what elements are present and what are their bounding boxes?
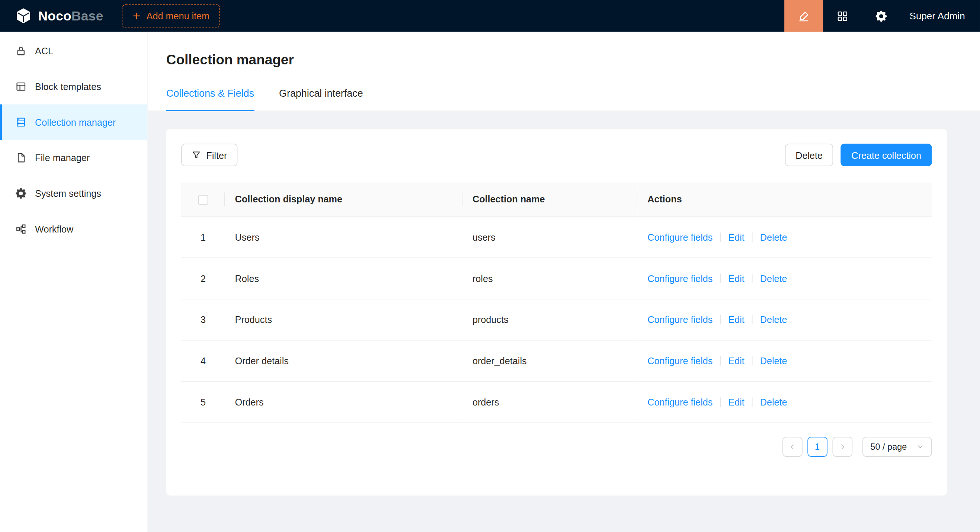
collection-name: orders (463, 381, 637, 422)
pagination: 1 50 / page (181, 437, 932, 456)
topbar: NocoBase Add menu item (0, 0, 980, 32)
sidebar-item-acl[interactable]: ACL (0, 33, 147, 69)
sidebar-item-label: System settings (35, 188, 101, 199)
sidebar-item-label: File manager (35, 152, 90, 163)
chevron-left-icon (788, 443, 796, 450)
configure-fields-link[interactable]: Configure fields (648, 232, 713, 242)
action-divider (752, 356, 752, 365)
sidebar-item-collection-manager[interactable]: Collection manager (0, 105, 147, 140)
collections-card: Filter Delete Create collection (166, 129, 947, 495)
current-user[interactable]: Super Admin (910, 10, 965, 22)
delete-link[interactable]: Delete (760, 232, 787, 242)
plugins-button[interactable] (823, 0, 862, 32)
layout-icon (16, 81, 26, 92)
next-page-button[interactable] (832, 437, 853, 456)
edit-link[interactable]: Edit (728, 232, 744, 242)
sidebar-item-block-templates[interactable]: Block templates (0, 69, 147, 105)
collections-table: Collection display name Collection name … (181, 183, 932, 423)
logo-text: NocoBase (38, 9, 103, 24)
topbar-right: Super Admin (785, 0, 980, 32)
action-divider (752, 273, 752, 283)
configure-fields-link[interactable]: Configure fields (648, 273, 713, 283)
sidebar-item-system-settings[interactable]: System settings (0, 176, 147, 211)
sidebar-item-workflow[interactable]: Workflow (0, 211, 147, 247)
table-row: 5 Orders orders Configure fields Edit De… (181, 381, 932, 422)
ui-editor-button[interactable] (785, 0, 823, 32)
action-divider (720, 397, 721, 407)
collection-display-name: Order details (225, 340, 463, 381)
collection-display-name: Users (225, 216, 463, 257)
configure-fields-link[interactable]: Configure fields (648, 314, 713, 325)
sidebar-item-label: Workflow (35, 224, 73, 234)
collection-display-name: Roles (225, 257, 463, 299)
logo-text-primary: Noco (38, 9, 72, 23)
file-icon (16, 152, 26, 163)
action-divider (752, 232, 752, 241)
collection-display-name: Products (225, 299, 463, 340)
collection-name: products (463, 299, 637, 340)
nocobase-logo[interactable]: NocoBase (15, 8, 103, 24)
delete-link[interactable]: Delete (760, 397, 787, 407)
page-1-button[interactable]: 1 (807, 437, 827, 456)
nocobase-logo-icon (15, 8, 32, 24)
row-index: 4 (181, 340, 225, 381)
table-row: 2 Roles roles Configure fields Edit Dele… (181, 257, 932, 299)
page-content: Filter Delete Create collection (148, 111, 980, 532)
collection-name: order_details (463, 340, 637, 381)
table-row: 4 Order details order_details Configure … (181, 340, 932, 381)
delete-link[interactable]: Delete (760, 355, 787, 366)
tab-collections-fields[interactable]: Collections & Fields (166, 87, 254, 111)
sidebar: ACL Block templates (0, 32, 148, 532)
grid-icon (837, 10, 848, 22)
sidebar-item-label: Collection manager (35, 117, 116, 128)
sidebar-item-file-manager[interactable]: File manager (0, 140, 147, 176)
column-header-display-name: Collection display name (225, 183, 463, 216)
plus-icon (133, 12, 141, 20)
collection-name: roles (463, 257, 637, 299)
settings-button[interactable] (862, 0, 901, 32)
create-collection-button[interactable]: Create collection (841, 144, 932, 166)
action-divider (720, 232, 721, 241)
edit-link[interactable]: Edit (728, 397, 744, 407)
delete-link[interactable]: Delete (760, 273, 787, 283)
filter-button[interactable]: Filter (181, 144, 238, 166)
card-toolbar: Filter Delete Create collection (181, 144, 932, 166)
chevron-down-icon (917, 443, 923, 450)
filter-icon (192, 151, 201, 160)
app-root: NocoBase Add menu item (0, 0, 980, 532)
lock-icon (16, 46, 26, 57)
row-index: 5 (181, 381, 225, 422)
action-divider (752, 397, 752, 407)
action-divider (720, 356, 721, 365)
filter-label: Filter (206, 149, 227, 160)
action-divider (752, 315, 752, 324)
column-header-name: Collection name (463, 183, 637, 216)
row-index: 3 (181, 299, 225, 340)
delete-link[interactable]: Delete (760, 314, 787, 325)
column-header-actions: Actions (637, 183, 932, 216)
configure-fields-link[interactable]: Configure fields (648, 397, 713, 407)
add-menu-item-button[interactable]: Add menu item (122, 4, 220, 28)
delete-button[interactable]: Delete (785, 144, 834, 166)
page-size-select[interactable]: 50 / page (862, 437, 932, 456)
page-title: Collection manager (166, 51, 980, 69)
table-row: 3 Products products Configure fields Edi… (181, 299, 932, 340)
select-all-checkbox[interactable] (198, 195, 208, 205)
logo-text-secondary: Base (72, 9, 103, 23)
collection-display-name: Orders (225, 381, 463, 422)
tab-graphical-interface[interactable]: Graphical interface (279, 87, 363, 111)
edit-link[interactable]: Edit (728, 314, 744, 325)
sidebar-item-label: ACL (35, 46, 53, 57)
edit-link[interactable]: Edit (728, 273, 744, 283)
collection-name: users (463, 216, 637, 257)
edit-link[interactable]: Edit (728, 355, 744, 366)
configure-fields-link[interactable]: Configure fields (648, 355, 713, 366)
prev-page-button[interactable] (782, 437, 802, 456)
page-size-value: 50 / page (870, 441, 907, 452)
page-header: Collection manager Collections & Fields … (148, 32, 980, 111)
gear-icon (876, 10, 887, 22)
row-index: 2 (181, 257, 225, 299)
database-icon (16, 117, 26, 128)
action-divider (720, 315, 721, 324)
create-collection-label: Create collection (851, 149, 921, 160)
